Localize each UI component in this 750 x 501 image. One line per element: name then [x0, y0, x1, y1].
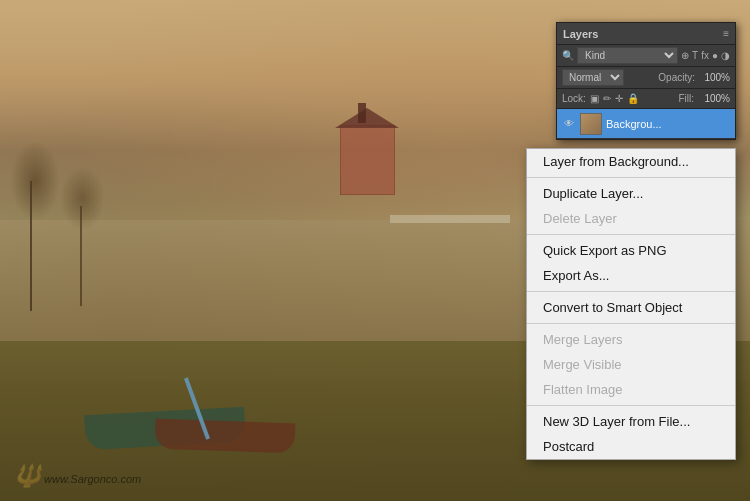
opacity-label: Opacity:: [658, 72, 695, 83]
menu-item-postcard[interactable]: Postcard: [527, 434, 735, 459]
panel-menu-icon[interactable]: ≡: [723, 28, 729, 39]
menu-separator-1: [527, 177, 735, 178]
layers-panel: Layers ≡ 🔍 Kind ⊕ T fx ● ◑ Normal Opacit…: [556, 22, 736, 140]
filter-type-icon[interactable]: T: [692, 50, 698, 61]
titlebar-icons: ≡: [723, 28, 729, 39]
filter-shape-icon[interactable]: ●: [712, 50, 718, 61]
filter-pixel-icon[interactable]: ⊕: [681, 50, 689, 61]
menu-item-layer-from-background[interactable]: Layer from Background...: [527, 149, 735, 174]
search-icon: 🔍: [562, 50, 574, 61]
lock-icons: ▣ ✏ ✛ 🔒: [590, 93, 639, 104]
fill-label: Fill:: [678, 93, 694, 104]
lock-label: Lock:: [562, 93, 586, 104]
context-menu: Layer from Background... Duplicate Layer…: [526, 148, 736, 460]
bridge: [390, 215, 510, 223]
building-tower: [358, 103, 366, 123]
layer-visibility-toggle[interactable]: 👁: [562, 117, 576, 131]
layer-row[interactable]: 👁 Backgrou...: [557, 109, 735, 139]
filter-smart-icon[interactable]: ◑: [721, 50, 730, 61]
boat-2: [155, 419, 296, 454]
fill-value: 100%: [698, 93, 730, 104]
layers-filter-row: 🔍 Kind ⊕ T fx ● ◑: [557, 45, 735, 67]
watermark: 🔱 www.Sargonco.com: [14, 463, 141, 489]
tree-foliage-2: [60, 166, 105, 231]
tree-foliage: [10, 141, 60, 221]
layers-blend-row: Normal Opacity: 100%: [557, 67, 735, 89]
layer-thumbnail: [580, 113, 602, 135]
menu-item-new-3d-layer[interactable]: New 3D Layer from File...: [527, 409, 735, 434]
layer-name-label: Backgrou...: [606, 118, 730, 130]
menu-item-delete-layer: Delete Layer: [527, 206, 735, 231]
filter-icons: ⊕ T fx ● ◑: [681, 50, 730, 61]
lock-transparent-icon[interactable]: ▣: [590, 93, 599, 104]
watermark-text: www.Sargonco.com: [44, 473, 141, 485]
menu-item-flatten-image: Flatten Image: [527, 377, 735, 402]
layers-panel-title: Layers: [563, 28, 598, 40]
layers-lock-row: Lock: ▣ ✏ ✛ 🔒 Fill: 100%: [557, 89, 735, 109]
building-roof: [335, 108, 399, 128]
menu-separator-4: [527, 323, 735, 324]
opacity-value: 100%: [698, 72, 730, 83]
lock-image-icon[interactable]: ✏: [603, 93, 611, 104]
menu-separator-3: [527, 291, 735, 292]
lock-position-icon[interactable]: ✛: [615, 93, 623, 104]
menu-item-export-as[interactable]: Export As...: [527, 263, 735, 288]
menu-item-merge-visible: Merge Visible: [527, 352, 735, 377]
menu-separator-2: [527, 234, 735, 235]
menu-item-convert-smart-object[interactable]: Convert to Smart Object: [527, 295, 735, 320]
filter-kind-dropdown[interactable]: Kind: [577, 47, 678, 64]
layers-titlebar: Layers ≡: [557, 23, 735, 45]
lock-all-icon[interactable]: 🔒: [627, 93, 639, 104]
blend-mode-dropdown[interactable]: Normal: [562, 69, 624, 86]
filter-fx-icon[interactable]: fx: [701, 50, 709, 61]
menu-item-merge-layers: Merge Layers: [527, 327, 735, 352]
building-wall: [340, 125, 395, 195]
menu-separator-5: [527, 405, 735, 406]
menu-item-duplicate-layer[interactable]: Duplicate Layer...: [527, 181, 735, 206]
menu-item-quick-export[interactable]: Quick Export as PNG: [527, 238, 735, 263]
